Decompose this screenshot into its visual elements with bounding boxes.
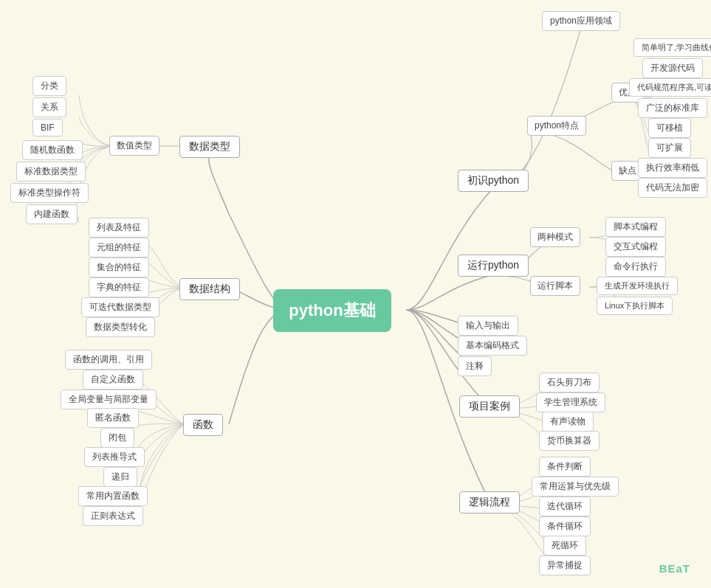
sub-yunxingjiaoben: 运行脚本 <box>530 276 580 296</box>
branch-label-chushi: 初识python <box>467 174 519 187</box>
leaf-xm4: 货币换算器 <box>539 431 600 451</box>
leaf-yuanzu: 元组的特征 <box>89 238 149 257</box>
leaf-xm1: 石头剪刀布 <box>539 373 600 392</box>
leaf-liebiao: 列表及特征 <box>89 218 149 238</box>
leaf-lz1: 脚本式编程 <box>605 217 666 237</box>
center-label: python基础 <box>289 300 375 322</box>
branch-label-yunxing: 运行python <box>467 259 519 272</box>
branch-label-shujuleixing: 数据类型 <box>189 140 230 153</box>
leaf-you3: 代码规范程序高,可读性强 <box>629 78 711 97</box>
leaf-zhushi: 注释 <box>458 356 492 376</box>
leaf-yj2: 生成开发环境执行 <box>597 277 678 295</box>
branch-label-luoji: 逻辑流程 <box>469 496 510 509</box>
leaf-lj6: 异常捕捉 <box>539 556 591 575</box>
leaf-you4: 广泛的标准库 <box>638 98 707 118</box>
branch-shujuleixing: 数据类型 <box>179 136 240 158</box>
brand-text: BEaT <box>659 562 690 575</box>
leaf-que2: 代码无法加密 <box>638 178 707 198</box>
brand-label: BEaT <box>659 562 690 575</box>
leaf-you2: 开发源代码 <box>642 58 703 78</box>
leaf-bianma: 基本编码格式 <box>458 336 527 356</box>
leaf-lj1: 条件判断 <box>539 457 591 477</box>
leaf-biaozhuncaozuo: 标准类型操作符 <box>10 183 89 203</box>
branch-yunxing: 运行python <box>458 255 529 277</box>
leaf-kediedai: 可迭代数据类型 <box>81 297 159 317</box>
leaf-neijian: 内建函数 <box>26 204 78 224</box>
leaf-lj5: 死循环 <box>543 536 586 556</box>
leaf-hanshu7: 递归 <box>103 467 137 487</box>
leaf-biaozhun: 标准数据类型 <box>16 162 86 181</box>
leaf-hanshu6: 列表推导式 <box>84 447 145 467</box>
leaf-xm3: 有声读物 <box>542 412 594 432</box>
leaf-hanshu2: 自定义函数 <box>83 370 143 390</box>
branch-luoji: 逻辑流程 <box>459 491 520 513</box>
leaf-yj3: Linux下执行脚本 <box>597 297 673 315</box>
leaf-hanshu8: 常用内置函数 <box>78 486 148 506</box>
sub-tezheng: python特点 <box>527 116 586 136</box>
leaf-yj1: 命令行执行 <box>605 257 666 277</box>
leaf-hanshu3: 全局变量与局部变量 <box>61 390 157 409</box>
leaf-jihe: 集合的特征 <box>89 257 149 277</box>
branch-label-shujujiegou: 数据结构 <box>189 283 230 296</box>
leaf-que1: 执行效率稍低 <box>638 158 707 178</box>
leaf-shuru: 输入与输出 <box>458 316 518 336</box>
leaf-zidian: 字典的特征 <box>89 277 149 297</box>
sub-shuzhi: 数值类型 <box>109 136 159 156</box>
leaf-lz2: 交互式编程 <box>605 237 666 257</box>
leaf-guanxi: 关系 <box>32 97 66 117</box>
leaf-hanshu1: 函数的调用、引用 <box>65 350 152 370</box>
leaf-xm2: 学生管理系统 <box>536 392 605 412</box>
leaf-you5: 可移植 <box>648 118 691 138</box>
leaf-suiji: 随机数函数 <box>22 140 83 160</box>
leaf-hanshu5: 闭包 <box>100 428 134 448</box>
sub-liangzhong: 两种模式 <box>530 227 580 247</box>
leaf-hanshu4: 匿名函数 <box>87 408 139 428</box>
branch-xiangmu: 项目案例 <box>459 395 520 418</box>
leaf-fenlei: 分类 <box>32 76 66 96</box>
leaf-yingyong: python应用领域 <box>542 11 620 31</box>
leaf-lj4: 条件循环 <box>539 516 591 536</box>
leaf-lj2: 常用运算与优先级 <box>532 477 619 497</box>
leaf-you1: 简单明了,学习曲线低 <box>633 38 711 57</box>
center-node: python基础 <box>273 289 391 332</box>
branch-chushi: 初识python <box>458 170 529 192</box>
branch-shujujiegou: 数据结构 <box>179 278 240 300</box>
leaf-lj3: 迭代循环 <box>539 497 591 516</box>
branch-hanshu: 函数 <box>183 414 223 436</box>
leaf-zhuanhua: 数据类型转化 <box>86 317 155 337</box>
branch-label-xiangmu: 项目案例 <box>469 400 510 413</box>
leaf-you6: 可扩展 <box>648 138 691 158</box>
leaf-hanshu9: 正则表达式 <box>83 506 143 526</box>
leaf-bif: BIF <box>32 119 63 136</box>
branch-label-hanshu: 函数 <box>193 418 213 432</box>
sub-label-shuzhi: 数值类型 <box>117 139 152 152</box>
